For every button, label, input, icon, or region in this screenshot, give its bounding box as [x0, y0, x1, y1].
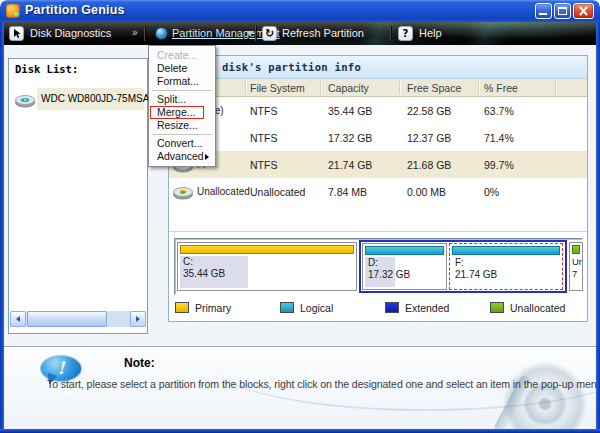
app-window: Partition Genius Disk Diagnostics » Part… [0, 0, 600, 433]
minimize-button[interactable] [535, 3, 552, 19]
overflow-chevron-icon[interactable]: » [132, 27, 138, 38]
table-row[interactable]: D: NTFS 17.32 GB 12.37 GB 71.4% [169, 124, 587, 151]
panel-title: disk's partition info [222, 61, 361, 73]
partition-label: Unallocated [197, 186, 250, 197]
toolbar-item-disk-diagnostics[interactable]: Disk Diagnostics [30, 27, 111, 39]
free-space-cell: 21.68 GB [407, 159, 451, 171]
partition-block-f-selected[interactable]: F: 21.74 GB [449, 243, 563, 290]
window-border [0, 20, 4, 433]
menu-item-delete[interactable]: Delete [149, 62, 215, 75]
table-row-selected[interactable]: F: NTFS 21.74 GB 21.68 GB 99.7% [169, 151, 587, 178]
disk-list-header: Disk List: [15, 63, 78, 75]
title-bar: Partition Genius [0, 0, 600, 22]
partition-table: C: (Active) NTFS 35.44 GB 22.58 GB 63.7%… [169, 97, 587, 205]
close-button[interactable] [573, 3, 594, 19]
block-label: D: [368, 257, 378, 268]
divider [169, 231, 587, 232]
block-size: 17.32 GB [368, 269, 410, 280]
menu-item-convert[interactable]: Convert... [149, 137, 215, 150]
block-size: 35.44 GB [183, 268, 225, 279]
block-label: C: [183, 256, 193, 267]
logical-color-swatch [280, 302, 294, 313]
note-area: ! Note: To start, please select a partit… [4, 347, 596, 429]
percent-free-cell: 63.7% [484, 105, 514, 117]
scroll-left-button[interactable] [10, 311, 26, 327]
disk-list-item[interactable]: WDC WD800JD-75MSA3 [11, 87, 145, 111]
table-header: File System Capacity Free Space % Free [169, 79, 587, 97]
menu-separator [152, 90, 212, 91]
free-space-cell: 22.58 GB [407, 105, 451, 117]
window-border [0, 429, 600, 433]
menu-separator [152, 134, 212, 135]
toolbar-separator [144, 26, 145, 41]
capacity-cell: 21.74 GB [328, 159, 372, 171]
block-label: F: [455, 257, 464, 268]
note-divider [4, 346, 596, 347]
free-space-cell: 0.00 MB [407, 186, 446, 198]
partition-management-menu: Create... Delete Format... Split... Merg… [148, 45, 216, 167]
dropdown-arrow-icon[interactable] [246, 31, 254, 36]
window-title: Partition Genius [25, 3, 125, 17]
primary-color-swatch [175, 302, 189, 313]
column-header-capacity[interactable]: Capacity [328, 82, 369, 94]
maximize-icon [558, 7, 567, 15]
app-icon [6, 4, 20, 18]
unallocated-bar [572, 245, 580, 254]
disk-name: WDC WD800JD-75MSA3 [41, 93, 155, 104]
maximize-button[interactable] [554, 3, 571, 19]
toolbar-separator [390, 26, 391, 41]
submenu-arrow-icon [205, 154, 209, 160]
free-space-cell: 12.37 GB [407, 132, 451, 144]
toolbar-item-help[interactable]: Help [419, 27, 442, 39]
block-label: Un [572, 256, 583, 267]
file-system-cell: NTFS [250, 159, 277, 171]
column-header-file-system[interactable]: File System [250, 82, 305, 94]
column-header-percent-free[interactable]: % Free [484, 82, 518, 94]
partition-block-d[interactable]: D: 17.32 GB [362, 243, 447, 290]
scroll-right-button[interactable] [130, 311, 146, 327]
column-header-free-space[interactable]: Free Space [407, 82, 461, 94]
primary-bar [180, 245, 354, 254]
legend: Primary Logical Extended Unallocated [169, 300, 587, 318]
logical-bar [452, 246, 560, 255]
block-size: 7 [572, 268, 577, 279]
table-row[interactable]: Unallocated Unallocated 7.84 MB 0.00 MB … [169, 178, 587, 205]
file-system-cell: NTFS [250, 105, 277, 117]
percent-free-cell: 0% [484, 186, 499, 198]
close-icon [574, 4, 593, 18]
extended-partition-border: D: 17.32 GB F: 21.74 GB [359, 240, 567, 293]
partition-block-unallocated[interactable]: Un 7 [569, 242, 583, 291]
menu-item-resize[interactable]: Resize... [149, 119, 215, 132]
toolbar-item-refresh-partition[interactable]: Refresh Partition [282, 27, 364, 39]
note-body: To start, please select a partition from… [47, 378, 596, 390]
extended-color-swatch [385, 302, 399, 313]
capacity-cell: 7.84 MB [328, 186, 367, 198]
capacity-cell: 17.32 GB [328, 132, 372, 144]
menu-item-advanced[interactable]: Advanced [149, 150, 215, 163]
table-row[interactable]: C: (Active) NTFS 35.44 GB 22.58 GB 63.7% [169, 97, 587, 124]
partition-icon [172, 182, 196, 200]
block-size: 21.74 GB [455, 269, 497, 280]
partition-block-c[interactable]: C: 35.44 GB [177, 242, 357, 291]
panel-header: disk's partition info [169, 56, 587, 79]
menu-item-format[interactable]: Format... [149, 75, 215, 88]
logical-bar [365, 246, 444, 255]
legend-label: Extended [405, 302, 449, 314]
capacity-cell: 35.44 GB [328, 105, 372, 117]
partition-management-icon [155, 27, 168, 40]
cursor-arrow-icon [9, 26, 24, 41]
scrollbar-thumb[interactable] [27, 311, 107, 327]
menu-item-split[interactable]: Split... [149, 93, 215, 106]
partition-info-panel: disk's partition info File System Capaci… [168, 55, 588, 322]
unallocated-color-swatch [490, 302, 504, 313]
partition-blocks: C: 35.44 GB D: 17.32 GB F: 21.74 GB Un [174, 238, 583, 295]
refresh-icon: ↻ [262, 26, 277, 41]
toolbar: Disk Diagnostics » Partition Management … [4, 22, 596, 45]
menu-item-merge-highlighted[interactable]: Merge... [149, 106, 215, 119]
triangle-right-icon [136, 316, 140, 322]
note-title: Note: [124, 356, 155, 370]
percent-free-cell: 71.4% [484, 132, 514, 144]
horizontal-scrollbar[interactable] [10, 311, 146, 327]
minimize-icon [539, 13, 547, 15]
disk-list-panel: Disk List: WDC WD800JD-75MSA3 [8, 58, 148, 334]
